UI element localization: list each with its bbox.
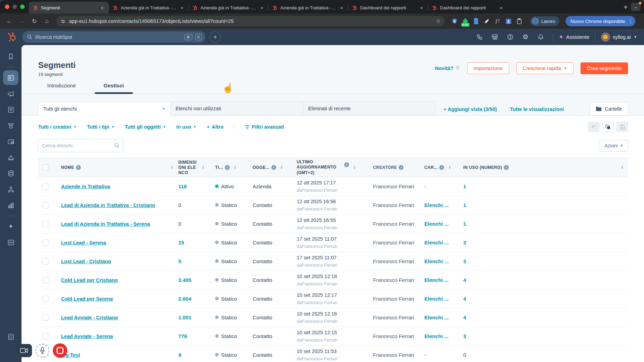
microphone-button[interactable] [35, 344, 49, 357]
info-icon[interactable]: i [76, 165, 81, 170]
hubspot-logo-icon[interactable] [7, 32, 17, 42]
sidebar-item-automations[interactable] [3, 182, 18, 197]
browser-tab[interactable]: Dashboard dei rapporti× [348, 2, 428, 14]
undo-button[interactable]: ↶ [588, 122, 600, 132]
list-name-link[interactable]: Aziende in Trattativa [61, 184, 110, 189]
folder-link[interactable]: Elenchi ... [424, 277, 449, 283]
row-checkbox[interactable] [42, 258, 49, 265]
list-name-link[interactable]: Lost Lead - Serena [61, 240, 106, 245]
timer-extension-icon[interactable]: 0:02 [461, 17, 469, 25]
folder-link[interactable]: Elenchi ... [424, 333, 449, 339]
folder-link[interactable]: Elenchi ... [424, 221, 449, 227]
sort-icon[interactable]: ▲▼ [280, 165, 283, 169]
folders-button[interactable]: Cartelle [590, 102, 628, 115]
clone-view-button[interactable] [602, 122, 614, 132]
clipboard-extension-icon[interactable] [515, 17, 523, 25]
close-tab-icon[interactable]: × [99, 5, 105, 11]
sort-icon[interactable]: ▲▼ [170, 165, 173, 169]
list-size-value[interactable]: 5 [178, 258, 181, 264]
close-tab-icon[interactable]: × [259, 5, 265, 11]
row-checkbox[interactable] [42, 202, 49, 208]
info-icon[interactable]: i [504, 165, 509, 170]
sort-icon[interactable]: ▲▼ [448, 165, 451, 169]
save-view-button[interactable] [616, 122, 628, 132]
filter-objects-dropdown[interactable]: Tutti gli oggetti▼ [125, 124, 166, 130]
address-bar[interactable]: app-eu1.hubspot.com/contacts/145065173/o… [56, 16, 445, 26]
filter-in-use-dropdown[interactable]: In uso▼ [176, 124, 196, 130]
quick-add-button[interactable]: + [210, 32, 221, 43]
actions-button[interactable]: Azioni▼ [600, 140, 628, 152]
row-checkbox[interactable] [42, 183, 49, 190]
chrome-menu-icon[interactable]: ⋮ [628, 18, 633, 24]
sidebar-item-commerce[interactable] [3, 134, 18, 149]
close-tab-icon[interactable]: × [498, 5, 504, 11]
pen-extension-icon[interactable] [483, 17, 491, 25]
filter-more-button[interactable]: + Altro [207, 124, 223, 130]
sidebar-item-marketing[interactable] [3, 86, 18, 101]
whats-new-link[interactable]: Novità? [435, 66, 460, 71]
close-window-button[interactable] [5, 5, 9, 9]
in-use-value[interactable]: 4 [463, 277, 466, 283]
list-name-link[interactable]: Cold Lead per Cristiano [61, 277, 118, 283]
list-size-value[interactable]: 15 [178, 240, 184, 245]
list-name-link[interactable]: Lead di Azienda in Trattativa - Serena [61, 221, 150, 227]
info-icon[interactable]: i [271, 165, 276, 170]
list-name-link[interactable]: Lead Avviate - Serena [61, 334, 113, 339]
assistant-button[interactable]: ✦Assistente [559, 34, 589, 40]
folder-link[interactable]: Elenchi ... [424, 258, 449, 264]
advanced-filters-button[interactable]: Filtri avanzati [245, 124, 284, 130]
new-tab-button[interactable]: + [620, 2, 631, 12]
sidebar-item-sales[interactable] [3, 118, 18, 133]
info-icon[interactable]: i [399, 165, 404, 170]
app-marketplace-grid-icon[interactable] [3, 329, 18, 344]
in-use-value[interactable]: 4 [463, 296, 466, 302]
notifications-bell-icon[interactable] [534, 32, 547, 43]
font-extension-icon[interactable]: f? [493, 17, 502, 25]
sidebar-item-service[interactable] [3, 150, 18, 165]
close-tab-icon[interactable]: × [418, 5, 424, 11]
folder-link[interactable]: Elenchi ... [424, 240, 449, 245]
download-extension-icon[interactable] [504, 17, 512, 25]
sidebar-item-content[interactable] [3, 102, 18, 117]
list-size-value[interactable]: 2.604 [178, 296, 192, 302]
folder-link[interactable]: Elenchi ... [424, 202, 449, 208]
marketplace-icon[interactable] [488, 32, 501, 43]
close-tab-icon[interactable]: × [179, 5, 185, 11]
tab-gestisci[interactable]: Gestisci [95, 83, 133, 93]
docs-extension-icon[interactable] [472, 17, 480, 25]
close-view-icon[interactable]: × [162, 105, 166, 112]
in-use-value[interactable]: 3 [463, 258, 466, 264]
view-tab-recently-deleted[interactable]: Eliminati di recente [303, 101, 436, 115]
list-size-value[interactable]: 118 [178, 183, 187, 189]
row-checkbox[interactable] [42, 333, 49, 339]
in-use-value[interactable]: 3 [463, 240, 466, 245]
in-use-value[interactable]: 1 [463, 183, 466, 189]
list-name-link[interactable]: Lost Lead - Cristiano [61, 259, 111, 264]
bookmark-star-icon[interactable]: ☆ [436, 18, 441, 24]
row-checkbox[interactable] [42, 221, 49, 227]
all-views-link[interactable]: Tutte le visualizzazioni [510, 106, 564, 112]
site-settings-icon[interactable] [60, 19, 66, 24]
view-tab-unused[interactable]: Elenchi non utilizzati [171, 101, 303, 115]
row-checkbox[interactable] [42, 277, 49, 283]
reload-button[interactable]: ↻ [29, 16, 40, 26]
settings-gear-icon[interactable]: ⚙ [519, 32, 532, 43]
row-checkbox[interactable] [42, 240, 49, 246]
close-tab-icon[interactable]: × [339, 5, 345, 11]
list-name-link[interactable]: Lead di Azienda in Trattativa - Cristian… [61, 202, 155, 208]
in-use-value[interactable]: 1 [463, 221, 466, 227]
filter-types-dropdown[interactable]: Tutti i tipi▼ [87, 124, 115, 130]
browser-tab[interactable]: Azienda già in Trattativa - 3 |× [268, 2, 348, 14]
browser-tab[interactable]: Dashboard dei rapporti× [428, 2, 508, 14]
import-button[interactable]: Importazione [467, 62, 509, 74]
in-use-value[interactable]: 4 [463, 314, 466, 320]
minimize-window-button[interactable] [12, 5, 17, 9]
folder-link[interactable]: Elenchi ... [424, 296, 449, 302]
sidebar-item-ai[interactable]: ✦ [3, 219, 18, 234]
row-checkbox[interactable] [42, 314, 49, 321]
list-size-value[interactable]: 3.405 [178, 277, 192, 283]
search-lists-input[interactable] [42, 143, 114, 148]
list-size-value[interactable]: 776 [178, 333, 187, 339]
add-view-link[interactable]: + Aggiungi vista (3/50) [443, 106, 497, 112]
zoom-window-button[interactable] [20, 5, 25, 9]
